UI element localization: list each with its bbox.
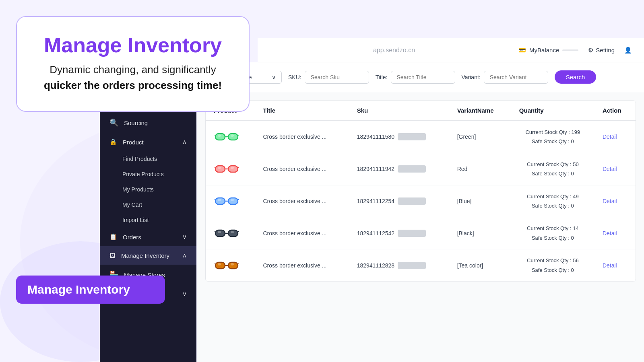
sidebar-child-my-cart[interactable]: My Cart <box>100 197 196 212</box>
wallet-icon: 💳 <box>518 47 526 54</box>
sidebar-item-orders[interactable]: 📋 Orders ∨ <box>100 228 196 246</box>
product-img-2 <box>214 193 239 209</box>
current-stock: Current Stock Qty : 199 <box>519 128 586 137</box>
sidebar-child-private-products[interactable]: Private Products <box>100 167 196 182</box>
title-field-group: Title: <box>376 71 455 84</box>
sku-blur <box>398 165 426 173</box>
chevron-down-icon: ∨ <box>182 233 187 241</box>
title-cell: Cross border exclusive ... <box>255 217 349 249</box>
sku-cell: 182941111942 <box>349 153 449 185</box>
col-sku: Sku <box>349 101 449 121</box>
balance-value <box>562 49 578 51</box>
sidebar-item-sourcing[interactable]: 🔍 Sourcing <box>100 113 196 133</box>
svg-point-21 <box>218 199 221 201</box>
col-action: Action <box>594 101 636 121</box>
title-cell: Cross border exclusive ... <box>255 185 349 217</box>
title-cell: Cross border exclusive ... <box>255 153 349 185</box>
variant-field-group: Variant: <box>462 71 548 84</box>
svg-rect-24 <box>228 230 238 237</box>
safe-stock: Safe Stock Qty : 0 <box>519 169 586 178</box>
quantity-cell: Current Stock Qty : 199 Safe Stock Qty :… <box>511 121 594 153</box>
svg-rect-17 <box>228 198 238 204</box>
setting-label: Setting <box>596 47 615 53</box>
current-stock: Current Stock Qty : 14 <box>519 224 586 233</box>
product-img-0 <box>214 129 239 145</box>
promo-subtitle: Dynamic changing, and significantly <box>37 64 229 76</box>
product-img-4 <box>214 257 239 274</box>
search-bar: All Warehouse ∨ SKU: Title: Variant: Sea… <box>197 62 644 92</box>
search-button[interactable]: Search <box>555 70 597 84</box>
svg-point-15 <box>231 167 234 169</box>
sku-cell: 182941112828 <box>349 249 449 282</box>
sidebar-label-manage-inventory: Manage Inventory <box>121 252 169 259</box>
my-cart-label: My Cart <box>122 202 142 208</box>
sku-field-group: SKU: <box>288 71 369 84</box>
safe-stock: Safe Stock Qty : 0 <box>519 265 586 275</box>
product-image-cell <box>206 153 255 185</box>
sidebar-label-product: Product <box>123 139 144 146</box>
variant-cell: [Blue] <box>449 185 511 217</box>
sku-blur <box>398 133 426 140</box>
product-image-cell <box>206 121 255 153</box>
sidebar-item-manage-inventory[interactable]: 🖼 Manage Inventory ∧ <box>100 246 196 265</box>
user-button[interactable]: 👤 <box>624 47 632 54</box>
sku-cell: 182941111580 <box>349 121 449 153</box>
action-cell: Detail <box>594 249 636 282</box>
safe-stock: Safe Stock Qty : 0 <box>519 233 586 243</box>
quantity-cell: Current Stock Qty : 14 Safe Stock Qty : … <box>511 217 594 249</box>
promo-title: Manage Inventory <box>37 33 229 57</box>
private-products-label: Private Products <box>122 171 164 177</box>
svg-rect-30 <box>215 262 225 269</box>
orders-icon: 📋 <box>109 233 117 241</box>
variant-label: Variant: <box>462 74 481 80</box>
sidebar-child-find-products[interactable]: Find Products <box>100 151 196 167</box>
variant-input[interactable] <box>484 71 548 84</box>
svg-point-7 <box>218 134 221 137</box>
svg-point-22 <box>231 199 234 201</box>
svg-rect-16 <box>215 198 225 204</box>
table-row: Cross border exclusive ... 182941112254 … <box>206 185 636 217</box>
detail-link-3[interactable]: Detail <box>603 230 617 237</box>
table-row: Cross border exclusive ... 182941112542 … <box>206 217 636 249</box>
sidebar-label-sourcing: Sourcing <box>124 119 148 126</box>
svg-point-14 <box>218 167 221 169</box>
chevron-up-icon: ∧ <box>182 138 187 146</box>
product-image-cell <box>206 217 255 249</box>
svg-point-35 <box>218 263 221 265</box>
sku-input[interactable] <box>305 71 369 84</box>
setting-button[interactable]: ⚙ Setting <box>588 47 615 54</box>
quantity-cell: Current Stock Qty : 56 Safe Stock Qty : … <box>511 249 594 282</box>
svg-rect-10 <box>228 166 238 172</box>
sidebar-label-orders: Orders <box>123 234 141 241</box>
inventory-table: Product Title Sku VariantName Quantity A… <box>205 100 636 282</box>
manage-inventory-badge[interactable]: Manage Inventory <box>16 276 165 304</box>
sku-value: 182941111942 <box>357 166 394 172</box>
svg-rect-3 <box>228 134 238 140</box>
variant-cell: [Tea color] <box>449 249 511 282</box>
product-icon: 🔒 <box>109 138 117 146</box>
balance-label: MyBalance <box>529 47 559 53</box>
detail-link-4[interactable]: Detail <box>603 262 617 269</box>
action-cell: Detail <box>594 217 636 249</box>
detail-link-1[interactable]: Detail <box>603 166 617 172</box>
detail-link-2[interactable]: Detail <box>603 198 617 204</box>
action-cell: Detail <box>594 153 636 185</box>
sku-label: SKU: <box>288 74 301 80</box>
sourcing-icon: 🔍 <box>109 118 118 127</box>
quantity-cell: Current Stock Qty : 49 Safe Stock Qty : … <box>511 185 594 217</box>
my-products-label: My Products <box>122 186 154 193</box>
sku-blur <box>398 230 426 237</box>
manage-badge-label: Manage Inventory <box>27 283 130 296</box>
title-cell: Cross border exclusive ... <box>255 249 349 282</box>
product-image-cell <box>206 249 255 282</box>
detail-link-0[interactable]: Detail <box>603 134 617 140</box>
title-input[interactable] <box>391 71 455 84</box>
svg-point-28 <box>218 231 221 233</box>
header-url: app.sendzo.cn <box>373 47 415 54</box>
sidebar-child-my-products[interactable]: My Products <box>100 182 196 197</box>
my-balance[interactable]: 💳 MyBalance <box>518 47 578 54</box>
sidebar-child-import-list[interactable]: Import List <box>100 212 196 228</box>
find-products-label: Find Products <box>122 156 157 162</box>
quantity-cell: Current Stock Qty : 50 Safe Stock Qty : … <box>511 153 594 185</box>
sidebar-item-product[interactable]: 🔒 Product ∧ <box>100 133 196 151</box>
